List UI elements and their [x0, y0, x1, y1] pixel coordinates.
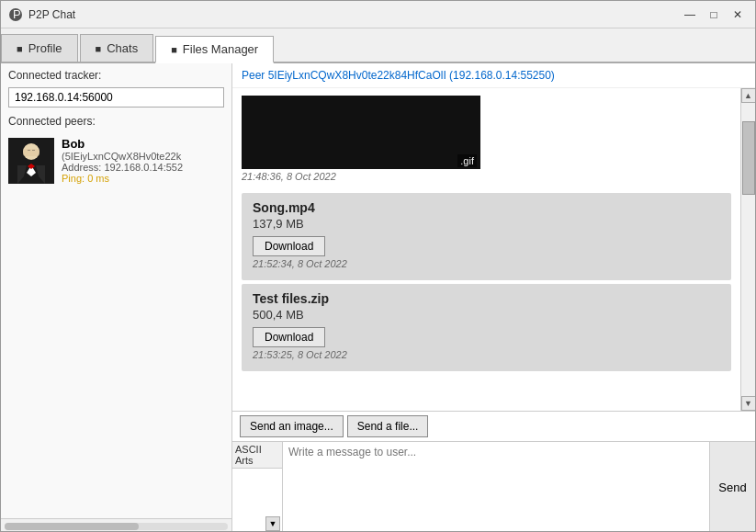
tab-profile-icon: ■ — [17, 43, 23, 54]
window-title: P2P Chat — [28, 8, 75, 21]
gif-time: 21:48:36, 8 Oct 2022 — [242, 169, 731, 186]
peers-label: Connected peers: — [1, 111, 231, 131]
file-name-1: Test files.zip — [253, 291, 720, 306]
gif-label: .gif — [457, 154, 477, 167]
scroll-down-arrow[interactable]: ▼ — [741, 396, 756, 411]
download-button-1[interactable]: Download — [253, 327, 325, 347]
title-bar: P P2P Chat — □ ✕ — [1, 1, 755, 28]
send-file-button[interactable]: Send a file... — [347, 415, 429, 437]
avatar-svg — [8, 138, 54, 184]
gif-message: .gif 21:48:36, 8 Oct 2022 — [232, 92, 740, 189]
ascii-arts-label: ASCII Arts — [232, 442, 282, 469]
minimize-button[interactable]: — — [680, 5, 700, 25]
peer-header: Peer 5IEiyLxnCQwX8Hv0te22k84HfCaOlI (192… — [232, 63, 755, 88]
title-bar-left: P P2P Chat — [8, 7, 75, 22]
tab-bar: ■ Profile ■ Chats ■ Files Manager — [1, 28, 755, 63]
left-scrollbar-track[interactable] — [5, 523, 228, 530]
peer-name: Bob — [62, 137, 224, 151]
tracker-label: Connected tracker: — [1, 63, 231, 84]
send-button[interactable]: Send — [709, 442, 755, 532]
scroll-track[interactable] — [741, 103, 756, 396]
scroll-up-arrow[interactable]: ▲ — [741, 88, 756, 103]
peers-list: Bob (5IEiyLxnCQwX8Hv0te22k Address: 192.… — [1, 131, 231, 518]
main-content: Connected tracker: Connected peers: — [1, 63, 755, 532]
ascii-content: ▼ — [232, 469, 282, 532]
svg-text:P: P — [13, 7, 21, 21]
send-image-button[interactable]: Send an image... — [240, 415, 344, 437]
svg-rect-11 — [23, 149, 39, 156]
peer-id: (5IEiyLxnCQwX8Hv0te22k — [62, 151, 224, 162]
tab-files-label: Files Manager — [183, 42, 258, 56]
download-button-0[interactable]: Download — [253, 236, 325, 256]
title-bar-controls: — □ ✕ — [680, 5, 748, 25]
ascii-arts-area: ASCII Arts ▼ — [232, 442, 283, 532]
file-size-1: 500,4 MB — [253, 308, 720, 322]
tracker-input[interactable] — [8, 87, 224, 108]
tab-chats-label: Chats — [107, 41, 138, 55]
left-scrollbar-thumb[interactable] — [5, 523, 139, 530]
file-size-0: 137,9 MB — [253, 217, 720, 231]
tab-chats-icon: ■ — [96, 43, 102, 54]
file-time-0: 21:52:34, 8 Oct 2022 — [253, 256, 720, 273]
tab-files-icon: ■ — [171, 44, 177, 55]
ascii-dropdown-btn[interactable]: ▼ — [265, 516, 280, 531]
chat-area: .gif 21:48:36, 8 Oct 2022 Song.mp4 137,9… — [232, 88, 740, 411]
avatar — [8, 138, 54, 184]
peer-address: Address: 192.168.0.14:552 — [62, 162, 224, 173]
tab-profile-label: Profile — [28, 41, 62, 55]
app-icon: P — [8, 7, 23, 22]
scroll-thumb[interactable] — [742, 121, 755, 195]
chat-scrollbar[interactable]: ▲ ▼ — [740, 88, 755, 411]
file-message-1: Test files.zip 500,4 MB Download 21:53:2… — [242, 284, 731, 371]
peer-ping: Ping: 0 ms — [62, 173, 224, 184]
file-name-0: Song.mp4 — [253, 200, 720, 215]
file-time-1: 21:53:25, 8 Oct 2022 — [253, 347, 720, 364]
left-panel: Connected tracker: Connected peers: — [1, 63, 232, 532]
bottom-area: Send an image... Send a file... ASCII Ar… — [232, 411, 755, 532]
input-row: ASCII Arts ▼ Send — [232, 441, 755, 532]
file-message-0: Song.mp4 137,9 MB Download 21:52:34, 8 O… — [242, 193, 731, 280]
maximize-button[interactable]: □ — [704, 5, 724, 25]
peer-info: Bob (5IEiyLxnCQwX8Hv0te22k Address: 192.… — [62, 137, 224, 184]
message-input[interactable] — [283, 442, 709, 532]
peer-item[interactable]: Bob (5IEiyLxnCQwX8Hv0te22k Address: 192.… — [1, 131, 231, 189]
gif-preview: .gif — [242, 96, 480, 169]
tab-files[interactable]: ■ Files Manager — [155, 36, 274, 63]
close-button[interactable]: ✕ — [728, 5, 748, 25]
tab-profile[interactable]: ■ Profile — [1, 34, 78, 62]
send-buttons: Send an image... Send a file... — [232, 412, 755, 441]
left-scroll[interactable] — [1, 518, 231, 532]
tab-chats[interactable]: ■ Chats — [80, 34, 154, 62]
chat-with-scroll: .gif 21:48:36, 8 Oct 2022 Song.mp4 137,9… — [232, 88, 755, 411]
right-panel: Peer 5IEiyLxnCQwX8Hv0te22k84HfCaOlI (192… — [232, 63, 755, 532]
